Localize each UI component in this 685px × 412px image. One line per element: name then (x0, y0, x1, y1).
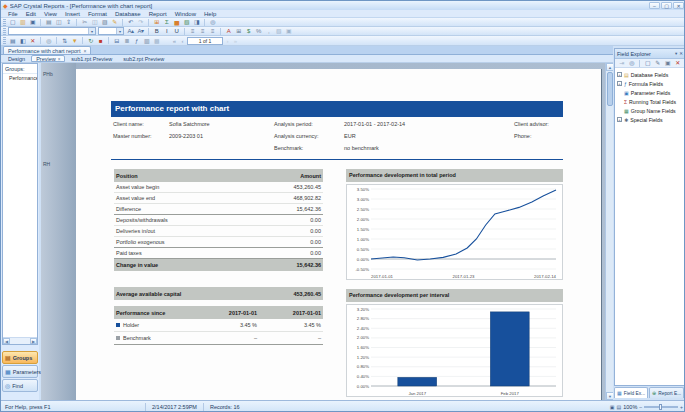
refresh-icon[interactable]: ↻ (86, 37, 95, 45)
delete-item-icon[interactable]: ✕ (673, 59, 682, 67)
page-number-field[interactable]: 1 of 1 (187, 37, 223, 45)
scroll-right-icon[interactable]: ▶ (30, 338, 37, 344)
sidebar-button-groups[interactable]: ▤Groups (2, 351, 38, 364)
sidebar-hscrollbar[interactable]: ◀ ▶ (3, 337, 37, 344)
section-expert-icon[interactable]: ≣ (122, 37, 131, 45)
stop-icon[interactable]: ■ (96, 37, 105, 45)
scroll-left-icon[interactable]: ◀ (3, 338, 10, 344)
zoom-in-icon[interactable]: + (680, 404, 683, 410)
previous-page-icon[interactable]: ‹ (179, 38, 186, 44)
sidebar-button-find[interactable]: ◎Find (2, 379, 38, 392)
insert-to-report-icon[interactable]: ⇥ (617, 59, 626, 67)
expand-icon[interactable]: + (617, 81, 622, 86)
paste-icon[interactable]: ▨ (100, 18, 109, 26)
save-icon[interactable]: ▣ (28, 18, 37, 26)
menu-view[interactable]: View (40, 11, 61, 17)
zoom-slider[interactable] (644, 406, 678, 408)
insert-chart-icon[interactable]: ▅ (172, 18, 181, 26)
new-report-icon[interactable]: ▢ (8, 18, 17, 26)
field-explorer-item-running-total-fields[interactable]: ΣRunning Total Fields (615, 97, 685, 106)
menu-window[interactable]: Window (171, 11, 200, 17)
toolbar-grip[interactable] (3, 28, 6, 35)
align-center-icon[interactable]: ≡ (198, 27, 207, 35)
expand-icon[interactable]: + (617, 72, 622, 77)
border-icon[interactable]: ⊞ (234, 27, 243, 35)
zoom-out-icon[interactable]: – (639, 404, 642, 410)
align-left-icon[interactable]: ≡ (188, 27, 197, 35)
first-page-icon[interactable]: « (171, 38, 178, 44)
scrollbar-thumb[interactable] (607, 72, 613, 106)
scroll-up-icon[interactable]: ▲ (606, 63, 613, 71)
last-page-icon[interactable]: » (232, 38, 239, 44)
view-tab-preview[interactable]: Preview× (31, 55, 65, 62)
export-icon[interactable]: ⇪ (64, 18, 73, 26)
menu-format[interactable]: Format (84, 11, 111, 17)
close-panel-icon[interactable]: ✕ (679, 51, 683, 56)
align-right-icon[interactable]: ≡ (208, 27, 217, 35)
percent-icon[interactable]: % (254, 27, 263, 35)
font-color-icon[interactable]: A (224, 27, 233, 35)
maximize-button-icon[interactable]: ▢ (661, 2, 672, 9)
formula-workshop-icon[interactable]: ƒ (132, 37, 141, 45)
close-view-icon[interactable]: ✕ (28, 37, 37, 45)
increase-font-icon[interactable]: A▴ (126, 27, 135, 35)
currency-icon[interactable]: $ (244, 27, 253, 35)
print-preview-icon[interactable]: ◫ (54, 18, 63, 26)
group-expert-icon[interactable]: ⊟ (112, 37, 121, 45)
field-explorer-item-formula-fields[interactable]: +ƒFormula Fields (615, 79, 685, 88)
minimize-button-icon[interactable]: – (649, 2, 660, 9)
group-tree-item[interactable]: Performance wit (3, 74, 37, 81)
next-page-icon[interactable]: › (224, 38, 231, 44)
comma-icon[interactable]: , (264, 27, 273, 35)
menu-edit[interactable]: Edit (22, 11, 40, 17)
suppress-icon[interactable]: ▧ (274, 27, 283, 35)
toolbar-grip[interactable] (3, 37, 6, 44)
toggle-group-tree-icon[interactable]: ▤ (8, 37, 17, 45)
bold-icon[interactable]: B (152, 27, 161, 35)
insert-group-icon[interactable]: ⊞ (152, 18, 161, 26)
duplicate-item-icon[interactable]: ▣ (663, 59, 672, 67)
page-layout-icon[interactable]: ▣ (610, 404, 615, 410)
sidebar-button-parameters[interactable]: ▦Parameters (2, 365, 38, 378)
view-tab-design[interactable]: Design (3, 55, 30, 62)
undo-icon[interactable]: ↶ (126, 18, 135, 26)
scroll-down-icon[interactable]: ▼ (606, 392, 613, 400)
lock-format-icon[interactable]: ▣ (284, 27, 293, 35)
close-tab-icon[interactable]: × (83, 48, 86, 54)
expand-icon[interactable]: + (617, 117, 622, 122)
find-icon[interactable]: ◎ (208, 18, 217, 26)
field-explorer-item-special-fields[interactable]: +✱Special Fields (615, 115, 685, 124)
font-size-select[interactable]: ▾ (98, 27, 124, 35)
print-icon[interactable]: ▤ (44, 18, 53, 26)
field-explorer-item-parameter-fields[interactable]: ▣Parameter Fields (615, 88, 685, 97)
canvas-vscrollbar[interactable]: ▲ ▼ (605, 63, 613, 400)
insert-summary-icon[interactable]: Σ (162, 18, 171, 26)
document-tab[interactable]: Performance with chart report × (3, 46, 91, 54)
font-select[interactable]: ▾ (8, 27, 96, 35)
zoom-slider-thumb[interactable] (659, 404, 662, 410)
browse-data-icon[interactable]: ◎ (627, 59, 636, 67)
explorer-tab-report-e[interactable]: ⊕Report E... (649, 387, 684, 398)
redo-icon[interactable]: ↷ (136, 18, 145, 26)
menu-insert[interactable]: Insert (61, 11, 84, 17)
explorer-tab-field-ex[interactable]: ▦Field Ex... (614, 387, 648, 398)
select-expert-icon[interactable]: ▼ (70, 37, 79, 45)
close-button-icon[interactable]: ✕ (673, 2, 684, 9)
menu-help[interactable]: Help (200, 11, 220, 17)
menu-database[interactable]: Database (111, 11, 145, 17)
copy-icon[interactable]: ◫ (90, 18, 99, 26)
toolbar-grip[interactable] (3, 19, 6, 26)
menu-file[interactable]: File (4, 11, 22, 17)
new-item-icon[interactable]: ▢ (643, 59, 652, 67)
menu-report[interactable]: Report (145, 11, 171, 17)
close-preview-icon[interactable]: × (58, 57, 61, 62)
continuous-layout-icon[interactable]: ▤ (616, 404, 621, 410)
field-explorer-item-database-fields[interactable]: +▤Database Fields (615, 70, 685, 79)
decrease-font-icon[interactable]: A▾ (136, 27, 145, 35)
ole-object-icon[interactable]: ▩ (152, 37, 161, 45)
sort-ascending-icon[interactable]: ⇅ (60, 37, 69, 45)
database-expert-icon[interactable]: ▥ (142, 37, 151, 45)
format-painter-icon[interactable]: ✎ (110, 18, 119, 26)
edit-item-icon[interactable]: ✎ (653, 59, 662, 67)
insert-subreport-icon[interactable]: ◨ (192, 18, 201, 26)
